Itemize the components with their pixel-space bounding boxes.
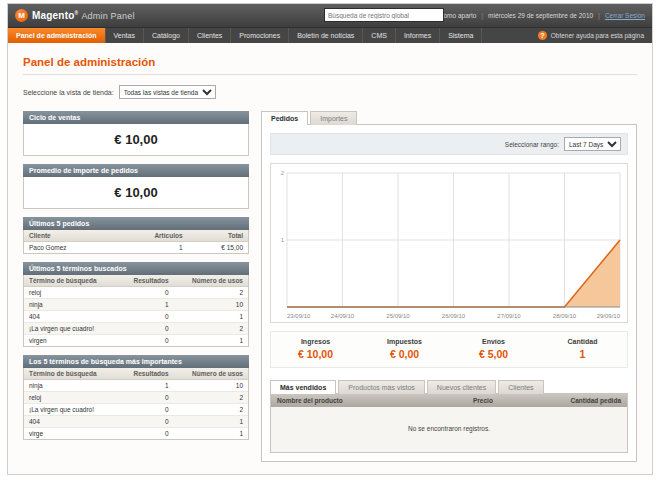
magento-logo[interactable]: M Magento®Admin Panel [15,9,135,22]
column-header: Resultados [119,368,174,380]
products-tabs: Más vendidos Productos más vistos Nuevos… [270,380,628,394]
top-search-terms-panel: Los 5 términos de búsqueda más important… [23,355,249,440]
panel-title: Promedio de importe de pedidos [23,164,249,177]
last-orders-table: Cliente Artículos Total Paco Gomez 1 € 1… [24,230,248,253]
range-label: Seleccionar rango: [505,141,559,148]
stat-quantity: Cantidad 1 [538,338,627,360]
panel-title: Últimos 5 pedidos [23,217,249,230]
header: M Magento®Admin Panel Accedió como apart… [8,4,652,27]
orders-chart: 1223/09/1024/09/1025/09/1026/09/1027/09/… [270,163,628,323]
panel-title: Ciclo de ventas [23,111,249,124]
panel-title: Los 5 términos de búsqueda más important… [23,355,249,368]
nav-item-catalog[interactable]: Catálogo [144,28,189,43]
svg-text:26/09/10: 26/09/10 [442,313,466,319]
help-link[interactable]: ? Obtener ayuda para esta página [530,28,652,43]
svg-text:27/09/10: 27/09/10 [497,313,521,319]
last-search-terms-table: Término de búsqueda Resultados Número de… [24,275,248,346]
nav-item-customers[interactable]: Clientes [189,28,231,43]
table-row[interactable]: virgen01 [24,335,248,347]
svg-text:25/09/10: 25/09/10 [386,313,410,319]
svg-text:23/09/10: 23/09/10 [287,313,311,319]
column-header-price: Precio [467,394,542,407]
column-header: Cliente [24,230,115,242]
store-view-label: Seleccione la vista de tienda: [23,89,114,96]
table-row[interactable]: reloj02 [24,287,248,299]
separator: | [481,12,483,19]
session-info: Accedió como aparto | miércoles 29 de se… [415,12,645,19]
dashboard-left-column: Ciclo de ventas € 10,00 Promedio de impo… [23,111,249,462]
column-header: Número de usos [174,368,248,380]
nav-item-system[interactable]: Sistema [440,28,482,43]
table-row[interactable]: Paco Gomez 1 € 15,00 [24,242,248,254]
dashboard-right-column: Pedidos Importes Seleccionar rango: Last… [261,111,637,462]
stat-revenue: Ingresos € 10,00 [271,338,360,360]
tab-bestsellers[interactable]: Más vendidos [270,380,336,394]
empty-records-message: No se encontraron registros. [271,407,627,452]
nav-item-cms[interactable]: CMS [363,28,396,43]
table-row[interactable]: virge01 [24,428,248,440]
current-date: miércoles 29 de septiembre de 2010 [488,12,593,19]
divider [23,74,637,75]
store-view-select[interactable]: Todas las vistas de tienda [119,85,216,99]
lifetime-sales-panel: Ciclo de ventas € 10,00 [23,111,249,156]
nav-item-reports[interactable]: Informes [396,28,440,43]
help-label: Obtener ayuda para esta página [551,32,644,39]
table-row[interactable]: 40401 [24,416,248,428]
products-grid: Nombre del producto Precio Cantidad pedi… [270,393,628,453]
lifetime-sales-value: € 10,00 [24,124,248,155]
last-orders-panel: Últimos 5 pedidos Cliente Artículos Tota… [23,217,249,254]
tab-customers[interactable]: Clientes [498,380,543,394]
tab-orders[interactable]: Pedidos [261,111,308,125]
column-header-product: Nombre del producto [271,394,467,407]
column-header: Número de usos [174,275,248,287]
logo-suffix: Admin Panel [81,11,134,21]
table-row[interactable]: ninja110 [24,299,248,311]
chart-panel: Seleccionar rango: Last 7 Days 1223/09/1… [261,124,637,462]
range-select[interactable]: Last 7 Days [564,137,621,151]
column-header-qty: Cantidad pedida [542,394,627,407]
column-header: Término de búsqueda [24,275,119,287]
global-search [324,8,444,22]
tab-most-viewed[interactable]: Productos más vistos [338,380,425,394]
magento-logo-icon: M [15,9,28,22]
nav-item-promotions[interactable]: Promociones [231,28,289,43]
store-view-row: Seleccione la vista de tienda: Todas las… [23,85,637,99]
totals-row: Ingresos € 10,00 Impuestos € 0,00 Envíos… [270,331,628,368]
panel-title: Últimos 5 términos buscados [23,262,249,275]
logout-link[interactable]: Cerrar Sesión [605,12,645,19]
page-title: Panel de administración [23,56,637,68]
column-header: Término de búsqueda [24,368,119,380]
logo-trademark: ® [75,10,79,16]
top-search-terms-table: Término de búsqueda Resultados Número de… [24,368,248,439]
stat-shipping: Envíos € 5,00 [449,338,538,360]
table-row[interactable]: reloj02 [24,392,248,404]
column-header: Resultados [119,275,174,287]
products-grid-header: Nombre del producto Precio Cantidad pedi… [271,394,627,407]
help-icon: ? [538,31,547,40]
table-row[interactable]: ninja110 [24,380,248,392]
separator: | [598,12,600,19]
admin-window: M Magento®Admin Panel Accedió como apart… [7,3,653,475]
average-order-value: € 10,00 [24,177,248,208]
svg-text:28/09/10: 28/09/10 [553,313,577,319]
main-nav: Panel de administración Ventas Catálogo … [8,27,652,43]
orders-chart-svg: 1223/09/1024/09/1025/09/1026/09/1027/09/… [271,164,627,322]
tab-new-customers[interactable]: Nuevos clientes [427,380,496,394]
last-search-terms-panel: Últimos 5 términos buscados Término de b… [23,262,249,347]
table-row[interactable]: ¡La virgen que cuadro!02 [24,323,248,335]
nav-item-newsletter[interactable]: Boletín de noticias [289,28,363,43]
table-row[interactable]: 40401 [24,311,248,323]
nav-item-dashboard[interactable]: Panel de administración [8,28,106,43]
svg-text:29/09/10: 29/09/10 [597,313,621,319]
column-header: Artículos [115,230,188,242]
nav-item-sales[interactable]: Ventas [106,28,144,43]
range-bar: Seleccionar rango: Last 7 Days [270,133,628,155]
global-search-input[interactable] [324,8,444,22]
logo-text: Magento®Admin Panel [32,10,135,21]
logo-brand: Magento [32,10,75,21]
tab-amounts[interactable]: Importes [310,111,357,125]
svg-text:24/09/10: 24/09/10 [331,313,355,319]
table-row[interactable]: ¡La virgen que cuadro!02 [24,404,248,416]
chart-tabs: Pedidos Importes [261,111,637,125]
page-content: Panel de administración Seleccione la vi… [8,43,652,470]
